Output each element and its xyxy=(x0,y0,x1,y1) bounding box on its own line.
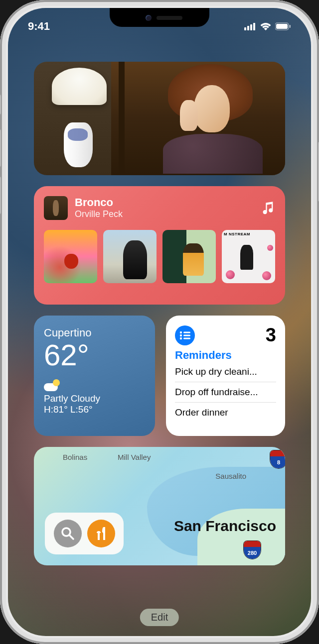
cellular-icon xyxy=(244,22,256,30)
reminder-item[interactable]: Order dinner xyxy=(175,403,276,423)
phone-frame: 9:41 xyxy=(0,0,319,644)
weather-condition: Partly Cloudy xyxy=(44,393,145,404)
weather-temperature: 62° xyxy=(44,340,145,370)
reminders-widget[interactable]: 3 Reminders Pick up dry cleani... Drop o… xyxy=(166,316,285,436)
highway-shield-icon: 8 xyxy=(270,450,285,469)
volume-down-button[interactable] xyxy=(0,177,1,214)
status-time: 9:41 xyxy=(28,20,50,33)
svg-rect-5 xyxy=(276,24,288,29)
highway-shield-icon: 280 xyxy=(243,540,261,559)
weather-location: Cupertino xyxy=(44,326,145,339)
volume-up-button[interactable] xyxy=(0,129,1,167)
map-search-button[interactable] xyxy=(54,520,82,547)
notch xyxy=(110,8,209,27)
album-suggestion-2[interactable] xyxy=(103,230,157,283)
now-playing-album-art xyxy=(44,196,68,220)
reminders-title: Reminders xyxy=(175,349,276,362)
reminders-list-icon xyxy=(175,325,195,345)
svg-rect-8 xyxy=(183,331,190,333)
map-city-label: San Francisco xyxy=(174,518,276,535)
svg-point-7 xyxy=(180,331,182,333)
album-suggestion-3[interactable] xyxy=(162,230,216,283)
svg-line-14 xyxy=(69,535,73,539)
photo-content xyxy=(34,62,285,175)
wifi-icon xyxy=(260,22,271,30)
photos-widget[interactable] xyxy=(34,62,285,175)
edit-button[interactable]: Edit xyxy=(140,609,179,626)
battery-icon xyxy=(275,22,291,30)
reminders-count: 3 xyxy=(266,324,276,346)
album-suggestion-1[interactable] xyxy=(44,230,97,283)
svg-rect-2 xyxy=(250,24,252,30)
reminder-item[interactable]: Pick up dry cleani... xyxy=(175,362,276,382)
map-restaurants-button[interactable] xyxy=(87,520,115,547)
svg-rect-1 xyxy=(247,26,249,30)
screen: 9:41 xyxy=(8,8,311,636)
mute-switch[interactable] xyxy=(0,95,1,114)
svg-rect-3 xyxy=(253,23,255,30)
music-app-icon xyxy=(261,201,275,215)
music-widget[interactable]: Bronco Orville Peck xyxy=(34,186,285,305)
map-controls xyxy=(45,513,124,554)
svg-point-9 xyxy=(180,334,182,336)
artist-name: Orville Peck xyxy=(75,209,254,219)
weather-widget[interactable]: Cupertino 62° Partly Cloudy H:81° L:56° xyxy=(34,316,155,436)
weather-high-low: H:81° L:56° xyxy=(44,404,145,415)
map-place-label: Sausalito xyxy=(215,472,246,480)
map-place-label: Bolinas xyxy=(63,453,87,461)
svg-rect-0 xyxy=(244,27,246,30)
svg-rect-10 xyxy=(183,334,190,336)
search-icon xyxy=(60,526,75,541)
fork-knife-icon xyxy=(95,526,108,541)
reminder-item[interactable]: Drop off fundraise... xyxy=(175,382,276,403)
partly-cloudy-icon xyxy=(44,379,60,391)
maps-widget[interactable]: Bolinas Mill Valley Sausalito 8 280 San … xyxy=(34,447,285,565)
svg-rect-6 xyxy=(290,25,291,28)
svg-rect-12 xyxy=(183,337,190,339)
album-suggestion-4[interactable] xyxy=(222,230,275,283)
svg-point-11 xyxy=(180,337,182,339)
song-title: Bronco xyxy=(75,197,254,209)
map-place-label: Mill Valley xyxy=(118,453,151,461)
